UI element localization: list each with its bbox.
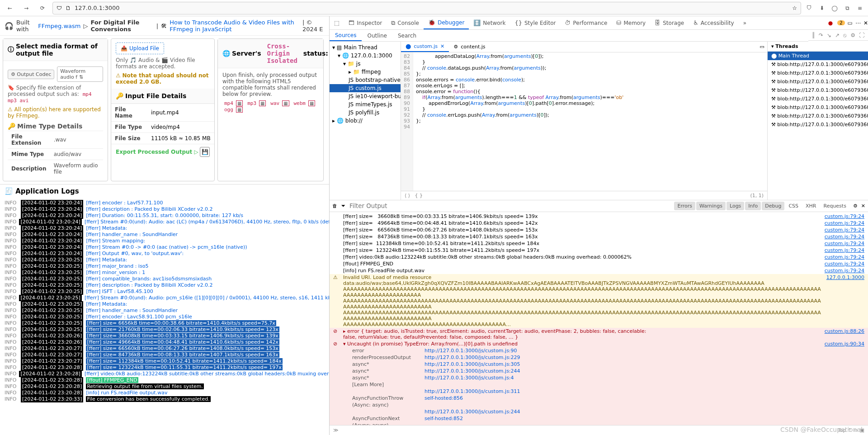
- code-tab-content[interactable]: ⚙ content.js: [449, 42, 490, 52]
- filter-icon: ⏷: [341, 203, 346, 209]
- pause-icon[interactable]: ║: [812, 32, 815, 38]
- console-settings-icon[interactable]: ⚙: [853, 203, 858, 209]
- url-bar[interactable]: 🛡 🗋 127.0.0.1:3000 ☆: [52, 2, 801, 14]
- copyright: | © 2024 E: [302, 19, 325, 33]
- tree-blob[interactable]: ▸ 🌐 blob://: [330, 117, 401, 125]
- filter-debug[interactable]: Debug: [762, 202, 784, 210]
- tab-more[interactable]: »: [739, 16, 751, 29]
- filter-input[interactable]: [349, 203, 670, 209]
- tree-file[interactable]: JS mimeTypes.js: [330, 100, 401, 109]
- tree-main[interactable]: ▾ ▤ Main Thread: [330, 43, 401, 52]
- thread-row[interactable]: ⚒ blob:http://127.0.0.1:3000/e6079360-c1…: [768, 86, 868, 95]
- thread-row[interactable]: ⚒ blob:http://127.0.0.1:3000/e6079360-c1…: [768, 103, 868, 112]
- tab-network[interactable]: ↕️Network: [469, 16, 510, 29]
- tree-file[interactable]: JS ie10-viewport-bug-w: [330, 92, 401, 100]
- deactivate-icon[interactable]: ⦸: [843, 32, 847, 38]
- dots-icon[interactable]: ⋯: [855, 20, 861, 26]
- devtools: ⬚ 🗔Inspector ⧉Console 🐞Debugger ↕️Networ…: [330, 16, 868, 435]
- tab-perf[interactable]: ⏱Performance: [560, 16, 612, 29]
- thread-row[interactable]: ⚒ blob:http://127.0.0.1:3000/e6079360-c1…: [768, 77, 868, 86]
- server-desc: Upon finish, only processed output with …: [222, 72, 319, 97]
- save-icon[interactable]: 💾: [200, 147, 210, 157]
- step-in-icon[interactable]: ↘: [827, 32, 831, 38]
- filter-warnings[interactable]: Warnings: [696, 202, 726, 210]
- warn-count: 2: [837, 20, 844, 25]
- tab-style[interactable]: {}Style Editor: [510, 16, 560, 29]
- codec-select[interactable]: Waveform audio f ⇅: [57, 66, 103, 82]
- thread-row[interactable]: ⬤ Main Thread: [768, 52, 868, 60]
- step-over-icon[interactable]: ↷: [819, 32, 823, 38]
- tree-file[interactable]: JS polyfill.js: [330, 109, 401, 117]
- filter-logs[interactable]: Logs: [726, 202, 744, 210]
- input-table: File Nameinput.mp4 File Typevideo/mp4 Fi…: [111, 104, 214, 144]
- console-close-icon[interactable]: ✕: [861, 203, 865, 209]
- error-count-icon[interactable]: ●: [828, 20, 833, 26]
- sources-tab[interactable]: Sources: [330, 30, 362, 41]
- tab-debugger[interactable]: 🐞Debugger: [424, 16, 469, 29]
- sep: |: [156, 23, 158, 29]
- header-text: Built with: [16, 19, 35, 33]
- thread-row[interactable]: ⚒ blob:http://127.0.0.1:3000/e6079360-c1…: [768, 120, 868, 129]
- thread-row[interactable]: ⚒ blob:http://127.0.0.1:3000/e6079360-c1…: [768, 69, 868, 77]
- tab-inspector[interactable]: 🗔Inspector: [344, 16, 387, 29]
- tab-memory[interactable]: ⛁Memory: [612, 16, 651, 29]
- prompt-icon[interactable]: ≫: [333, 427, 339, 433]
- code-tab-actions[interactable]: ▭: [757, 44, 767, 50]
- thread-row[interactable]: ⚒ blob:http://127.0.0.1:3000/e6079360-c1…: [768, 112, 868, 120]
- howto-link[interactable]: How to Transcode Audio & Video Files wit…: [170, 19, 300, 33]
- code-tab-custom[interactable]: ⬤ custom.js ✕: [401, 42, 449, 52]
- app-logs: INFO[2024-011-02 23:20:24][fferr] encode…: [0, 198, 329, 404]
- fullscreen-icon[interactable]: ⛶: [859, 32, 864, 38]
- watermark: CSDN @FakeOccupational: [780, 426, 863, 433]
- forward-button[interactable]: →: [20, 2, 33, 14]
- accept-note: Only 🎵 Audio & 🎬 Video file formats are …: [116, 57, 210, 70]
- thread-row[interactable]: ⚒ blob:http://127.0.0.1:3000/e6079360-c1…: [768, 60, 868, 69]
- console-toolbar: 🗑 ⏷ ErrorsWarningsLogsInfoDebugCSSXHRReq…: [330, 200, 868, 212]
- upload-button[interactable]: 📤 Upload File: [116, 43, 164, 54]
- extensions-icon[interactable]: ⧉: [843, 4, 852, 13]
- code-tabs: ⬤ custom.js ✕ ⚙ content.js ▭: [401, 42, 767, 52]
- step-out-icon[interactable]: ↗: [835, 32, 840, 38]
- download-icon[interactable]: ⬇: [817, 4, 826, 13]
- filter-xhr[interactable]: XHR: [802, 202, 819, 210]
- account-icon[interactable]: ◯: [830, 4, 839, 13]
- pocket-icon[interactable]: ⛉: [805, 4, 814, 13]
- tree-ffmpeg[interactable]: ▸ 📁 ffmpeg: [330, 68, 401, 76]
- card-upload: 📤 Upload File Only 🎵 Audio & 🎬 Video fil…: [111, 38, 215, 181]
- filter-css[interactable]: CSS: [785, 202, 802, 210]
- filter-errors[interactable]: Errors: [674, 202, 695, 210]
- tree-file[interactable]: JS bootstrap-native-v4.: [330, 76, 401, 84]
- tab-picker[interactable]: ⬚: [330, 16, 344, 29]
- tree-file-selected[interactable]: JS custom.js: [330, 84, 401, 92]
- menu-icon[interactable]: ≡: [855, 4, 864, 13]
- header-bold: For Digital File Conversions: [91, 19, 154, 33]
- size-warn: ⚠ Note that upload should not exceed 2.0…: [116, 72, 210, 85]
- filter-info[interactable]: Info: [745, 202, 761, 210]
- star-icon[interactable]: ☆: [792, 5, 797, 11]
- outline-tab[interactable]: Outline: [362, 30, 392, 41]
- tab-storage[interactable]: 🗄Storage: [650, 16, 689, 29]
- tab-console[interactable]: ⧉Console: [387, 16, 424, 29]
- thread-row[interactable]: ⚒ blob:http://127.0.0.1:3000/e6079360-c1…: [768, 95, 868, 103]
- tree-host[interactable]: ▾ 🌐 127.0.0.1:3000: [330, 52, 401, 60]
- shield-icon: 🛡: [57, 5, 62, 11]
- code-footer: ⟨ ⟩ { }(1, 1): [401, 191, 767, 200]
- server-head: 🌐 Server's Cross-Origin Isolated status:: [218, 39, 323, 68]
- output-codec-button[interactable]: ⚙ Output Codec: [8, 70, 54, 79]
- settings-icon[interactable]: ⚙: [850, 32, 855, 38]
- reload-button[interactable]: ⟳: [36, 2, 49, 14]
- close-icon[interactable]: ✕: [863, 20, 868, 26]
- search-tab[interactable]: Search: [392, 30, 422, 41]
- code-area[interactable]: 82838485868788899091929394 appendDataLog…: [401, 52, 767, 191]
- trash-icon[interactable]: 🗑: [332, 203, 337, 209]
- headphones-icon: 🎧: [5, 22, 14, 30]
- filter-requests[interactable]: Requests: [820, 202, 849, 210]
- tree-js[interactable]: ▾ 📁 js: [330, 60, 401, 68]
- lock-icon: 🗋: [66, 5, 71, 11]
- browser-toolbar: ← → ⟳ 🛡 🗋 127.0.0.1:3000 ☆ ⛉ ⬇ ◯ ⧉ ≡: [0, 0, 868, 16]
- back-button[interactable]: ←: [4, 2, 16, 14]
- tab-a11y[interactable]: ♿Accessibility: [689, 16, 739, 29]
- iframe-icon[interactable]: ▭: [848, 20, 853, 26]
- ffmpeg-link[interactable]: FFmpeg.wasm: [38, 23, 80, 29]
- console-body[interactable]: [fferr] size= 36608kB time=00:03:33.15 b…: [330, 212, 868, 425]
